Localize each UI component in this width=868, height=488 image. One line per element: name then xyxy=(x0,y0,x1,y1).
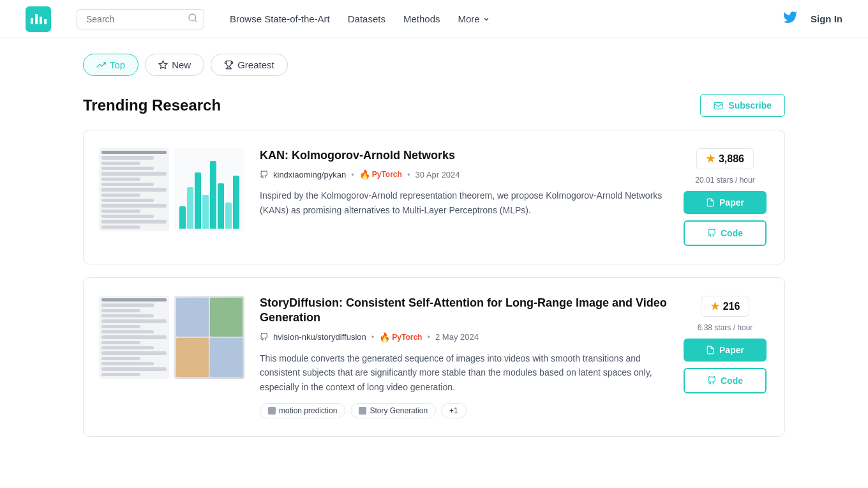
paper-btn-label-kan: Paper xyxy=(719,197,744,208)
stars-per-hour-kan: 20.01 stars / hour xyxy=(695,176,754,185)
paper-thumb-1-kan xyxy=(99,148,169,231)
paper-button-kan[interactable]: Paper xyxy=(684,191,767,214)
header-right: Sign In xyxy=(782,10,842,29)
tag-icon-mp xyxy=(268,407,276,415)
star-icon-kan: ★ xyxy=(706,153,715,165)
search-container xyxy=(77,9,204,29)
thumb-chart-kan xyxy=(174,148,244,231)
paper-thumbnails-sd xyxy=(99,296,244,379)
logo-bar-2 xyxy=(35,14,38,24)
tag-story-generation[interactable]: Story Generation xyxy=(350,403,436,418)
subscribe-button[interactable]: Subscribe xyxy=(700,94,785,117)
nav-browse[interactable]: Browse State-of-the-Art xyxy=(230,13,330,24)
tag-motion-prediction[interactable]: motion prediction xyxy=(260,403,345,418)
repo-link-sd[interactable]: hvision-nku/storydiffusion xyxy=(273,332,366,342)
code-btn-label-kan: Code xyxy=(721,228,743,238)
main-nav: Browse State-of-the-Art Datasets Methods… xyxy=(230,13,490,24)
tab-top-label: Top xyxy=(110,59,125,70)
code-button-sd[interactable]: Code xyxy=(684,368,767,393)
tab-greatest-label: Greatest xyxy=(237,59,274,70)
paper-date-sd: 2 May 2024 xyxy=(435,332,479,342)
logo-bars xyxy=(31,14,47,24)
tab-new[interactable]: New xyxy=(145,54,204,76)
subscribe-label: Subscribe xyxy=(728,100,772,111)
nav-more-button[interactable]: More xyxy=(458,13,490,24)
pytorch-badge-kan: 🔥 PyTorch xyxy=(359,169,402,179)
paper-stats-sd: ★ 216 6.38 stars / hour Paper Code xyxy=(684,296,767,393)
tab-new-label: New xyxy=(172,59,191,70)
tag-icon-sg xyxy=(359,407,366,415)
stars-count-kan: 3,886 xyxy=(719,153,744,165)
logo-icon xyxy=(26,6,51,32)
logo-bar-1 xyxy=(31,18,33,24)
nav-more-label: More xyxy=(458,13,479,24)
tab-top[interactable]: Top xyxy=(83,54,138,76)
paper-title-sd: StoryDiffusion: Consistent Self-Attentio… xyxy=(260,296,668,326)
paper-btn-label-sd: Paper xyxy=(719,345,744,355)
twitter-icon[interactable] xyxy=(782,10,798,29)
repo-link-kan[interactable]: kindxiaoming/pykan xyxy=(273,170,346,179)
paper-meta-sd: hvision-nku/storydiffusion • 🔥 PyTorch •… xyxy=(260,332,668,342)
paper-tags-sd: motion prediction Story Generation +1 xyxy=(260,403,668,418)
stars-count-sd: 216 xyxy=(723,301,740,312)
trending-section-header: Trending Research Subscribe xyxy=(83,94,785,117)
file-icon-sd xyxy=(706,346,715,355)
tag-label-mp: motion prediction xyxy=(279,406,337,415)
paper-content-kan: KAN: Kolmogorov-Arnold Networks kindxiao… xyxy=(260,148,668,226)
paper-thumbnails-kan xyxy=(99,148,244,231)
paper-stats-kan: ★ 3,886 20.01 stars / hour Paper Code xyxy=(684,148,767,246)
paper-abstract-sd: This module converts the generated seque… xyxy=(260,351,668,394)
paper-meta-kan: kindxiaoming/pykan • 🔥 PyTorch • 30 Apr … xyxy=(260,169,668,179)
stars-per-hour-sd: 6.38 stars / hour xyxy=(698,323,753,332)
paper-thumb-1-sd xyxy=(99,296,169,379)
trending-title: Trending Research xyxy=(83,96,221,114)
nav-datasets[interactable]: Datasets xyxy=(348,13,385,24)
logo[interactable] xyxy=(26,6,51,32)
tag-plus[interactable]: +1 xyxy=(441,403,467,418)
code-btn-label-sd: Code xyxy=(721,376,743,386)
main-content: Top New Greatest Trending Research Subsc… xyxy=(57,38,811,465)
signin-button[interactable]: Sign In xyxy=(811,13,842,24)
stars-badge-kan: ★ 3,886 xyxy=(696,148,754,169)
chevron-down-icon xyxy=(483,15,490,23)
github-btn-icon-sd xyxy=(707,376,716,385)
tab-filters: Top New Greatest xyxy=(83,54,785,76)
logo-bar-3 xyxy=(40,17,42,24)
paper-card-storydiffusion: StoryDiffusion: Consistent Self-Attentio… xyxy=(83,277,785,437)
paper-date-kan: 30 Apr 2024 xyxy=(415,170,460,179)
svg-marker-1 xyxy=(159,61,167,68)
paper-thumb-2-kan xyxy=(174,148,244,231)
trending-icon xyxy=(96,60,106,70)
email-icon xyxy=(714,101,723,111)
trophy-icon xyxy=(224,60,234,70)
nav-methods[interactable]: Methods xyxy=(403,13,440,24)
paper-button-sd[interactable]: Paper xyxy=(684,339,767,362)
paper-content-sd: StoryDiffusion: Consistent Self-Attentio… xyxy=(260,296,668,418)
code-button-kan[interactable]: Code xyxy=(684,220,767,246)
svg-rect-2 xyxy=(715,102,723,109)
stars-badge-sd: ★ 216 xyxy=(701,296,750,317)
paper-card-kan: KAN: Kolmogorov-Arnold Networks kindxiao… xyxy=(83,130,785,264)
logo-bar-4 xyxy=(44,19,47,24)
paper-abstract-kan: Inspired by the Kolmogorov-Arnold repres… xyxy=(260,188,668,217)
search-input[interactable] xyxy=(77,9,204,29)
file-icon-kan xyxy=(706,198,715,207)
tag-label-sg: Story Generation xyxy=(370,406,428,415)
header: Browse State-of-the-Art Datasets Methods… xyxy=(0,0,868,38)
github-icon-sd xyxy=(260,333,268,341)
pytorch-badge-sd: 🔥 PyTorch xyxy=(379,332,422,342)
paper-thumb-2-sd xyxy=(174,296,244,379)
github-btn-icon-kan xyxy=(707,229,716,238)
github-icon-kan xyxy=(260,171,268,179)
thumb-grid-sd xyxy=(174,296,244,379)
tab-greatest[interactable]: Greatest xyxy=(211,54,288,76)
star-icon-sd: ★ xyxy=(710,300,719,312)
sparkle-icon xyxy=(158,60,168,70)
paper-title-kan: KAN: Kolmogorov-Arnold Networks xyxy=(260,148,668,163)
